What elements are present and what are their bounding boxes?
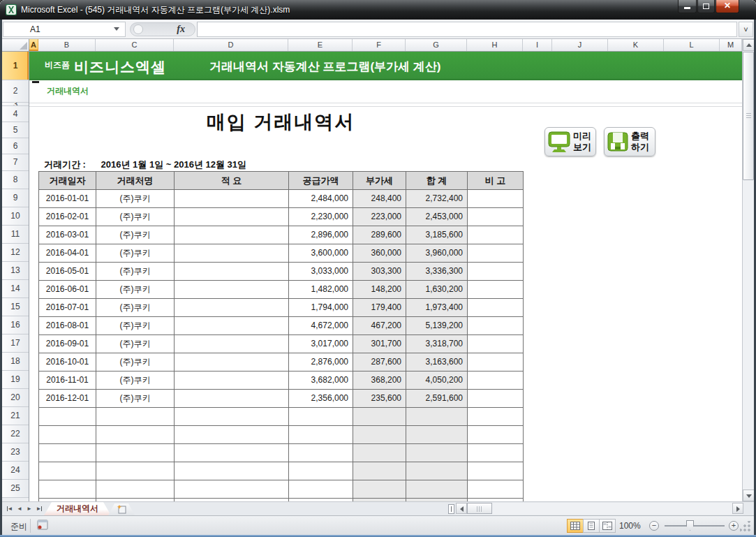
table-cell[interactable] (353, 462, 406, 480)
table-cell[interactable]: 467,200 (353, 317, 406, 335)
table-cell[interactable] (468, 408, 524, 426)
previous-sheet-button[interactable]: ◄ (15, 503, 24, 514)
insert-function-area[interactable]: fx (130, 22, 195, 36)
table-cell[interactable] (175, 426, 289, 444)
table-cell[interactable]: 289,600 (353, 226, 406, 244)
column-header-B[interactable]: B (38, 39, 96, 51)
table-cell[interactable]: 4,672,000 (289, 317, 353, 335)
table-cell[interactable] (468, 353, 524, 372)
table-cell[interactable] (175, 281, 289, 299)
table-cell[interactable] (39, 444, 96, 462)
zoom-slider-track[interactable] (665, 525, 725, 527)
row-header-10[interactable]: 10 (2, 207, 29, 226)
row-header-16[interactable]: 16 (2, 316, 29, 334)
table-cell[interactable]: (주)쿠키 (96, 353, 175, 372)
table-cell[interactable] (406, 462, 468, 480)
table-cell[interactable] (175, 244, 289, 263)
table-cell[interactable] (39, 408, 96, 426)
table-cell[interactable]: 2016-06-01 (39, 281, 96, 299)
table-cell[interactable]: 2016-05-01 (39, 263, 96, 281)
horizontal-scroll-thumb[interactable] (467, 503, 492, 514)
table-cell[interactable] (289, 444, 353, 462)
table-cell[interactable] (468, 281, 524, 299)
row-header-5[interactable]: 5 (2, 122, 29, 138)
table-cell[interactable]: (주)쿠키 (96, 335, 175, 353)
scroll-right-button[interactable] (732, 503, 743, 514)
table-cell[interactable]: (주)쿠키 (96, 208, 175, 226)
table-cell[interactable]: 2,356,000 (289, 390, 353, 408)
table-cell[interactable]: 2016-07-01 (39, 299, 96, 317)
table-header-cell[interactable]: 비 고 (468, 172, 524, 190)
sheet-tab-active[interactable]: 거래내역서 (44, 502, 111, 515)
table-cell[interactable] (175, 190, 289, 208)
table-cell[interactable]: 360,000 (353, 244, 406, 263)
scroll-up-button[interactable] (743, 39, 755, 51)
table-cell[interactable] (96, 480, 175, 499)
table-cell[interactable] (175, 480, 289, 499)
table-cell[interactable]: 2,876,000 (289, 353, 353, 372)
table-cell[interactable]: (주)쿠키 (96, 226, 175, 244)
table-cell[interactable] (175, 462, 289, 480)
fx-icon[interactable]: fx (177, 24, 185, 35)
table-cell[interactable] (353, 480, 406, 499)
row-header-17[interactable]: 17 (2, 334, 29, 353)
title-bar[interactable]: Microsoft Excel - (545) 거래내역서 자동계산 프로그램(… (0, 0, 756, 20)
table-cell[interactable] (175, 226, 289, 244)
table-cell[interactable]: 303,300 (353, 263, 406, 281)
table-cell[interactable] (289, 408, 353, 426)
table-cell[interactable] (468, 244, 524, 263)
zoom-slider-thumb[interactable] (686, 520, 694, 531)
column-header-L[interactable]: L (664, 39, 720, 51)
table-cell[interactable]: 3,960,000 (406, 244, 468, 263)
table-cell[interactable]: 2016-02-01 (39, 208, 96, 226)
column-header-D[interactable]: D (174, 39, 288, 51)
table-cell[interactable]: 2,896,000 (289, 226, 353, 244)
table-cell[interactable] (468, 208, 524, 226)
table-cell[interactable] (468, 226, 524, 244)
table-cell[interactable]: 2016-12-01 (39, 390, 96, 408)
table-cell[interactable] (175, 263, 289, 281)
table-cell[interactable] (175, 317, 289, 335)
column-header-G[interactable]: G (406, 39, 467, 51)
next-sheet-button[interactable]: ► (24, 503, 34, 514)
page-break-view-button[interactable] (599, 519, 616, 533)
column-header-A[interactable]: A (29, 39, 38, 51)
row-header-14[interactable]: 14 (2, 280, 29, 298)
column-header-K[interactable]: K (608, 39, 664, 51)
table-cell[interactable]: (주)쿠키 (96, 299, 175, 317)
table-header-cell[interactable]: 공급가액 (289, 172, 353, 190)
macro-record-button[interactable] (36, 519, 51, 533)
table-cell[interactable] (175, 208, 289, 226)
table-cell[interactable]: 301,700 (353, 335, 406, 353)
column-header-E[interactable]: E (288, 39, 353, 51)
table-cell[interactable]: 235,600 (353, 390, 406, 408)
row-header-19[interactable]: 19 (2, 371, 29, 389)
table-cell[interactable]: 2016-04-01 (39, 244, 96, 263)
table-cell[interactable]: 2016-08-01 (39, 317, 96, 335)
table-cell[interactable]: 1,630,200 (406, 281, 468, 299)
table-cell[interactable]: 5,139,200 (406, 317, 468, 335)
column-header-F[interactable]: F (353, 39, 406, 51)
table-cell[interactable]: 2,591,600 (406, 390, 468, 408)
tab-split-handle[interactable] (448, 504, 454, 514)
row-header-6[interactable]: 6 (2, 138, 29, 154)
table-cell[interactable] (96, 408, 175, 426)
row-header-2[interactable]: 2 (2, 80, 29, 103)
row-header-11[interactable]: 11 (2, 226, 29, 244)
table-cell[interactable] (39, 462, 96, 480)
table-cell[interactable]: 2016-11-01 (39, 372, 96, 390)
table-cell[interactable] (353, 426, 406, 444)
close-button[interactable]: ✕ (716, 0, 739, 13)
table-cell[interactable]: 3,682,000 (289, 372, 353, 390)
table-cell[interactable]: 2016-10-01 (39, 353, 96, 372)
table-header-cell[interactable]: 거래처명 (96, 172, 175, 190)
table-cell[interactable] (468, 444, 524, 462)
column-header-J[interactable]: J (552, 39, 608, 51)
row-header-13[interactable]: 13 (2, 262, 29, 280)
table-cell[interactable] (175, 299, 289, 317)
table-cell[interactable] (468, 480, 524, 499)
vertical-scrollbar[interactable] (742, 39, 754, 501)
restore-button[interactable] (697, 0, 715, 13)
row-header-1[interactable]: 1 (2, 52, 29, 80)
table-cell[interactable]: 1,794,000 (289, 299, 353, 317)
